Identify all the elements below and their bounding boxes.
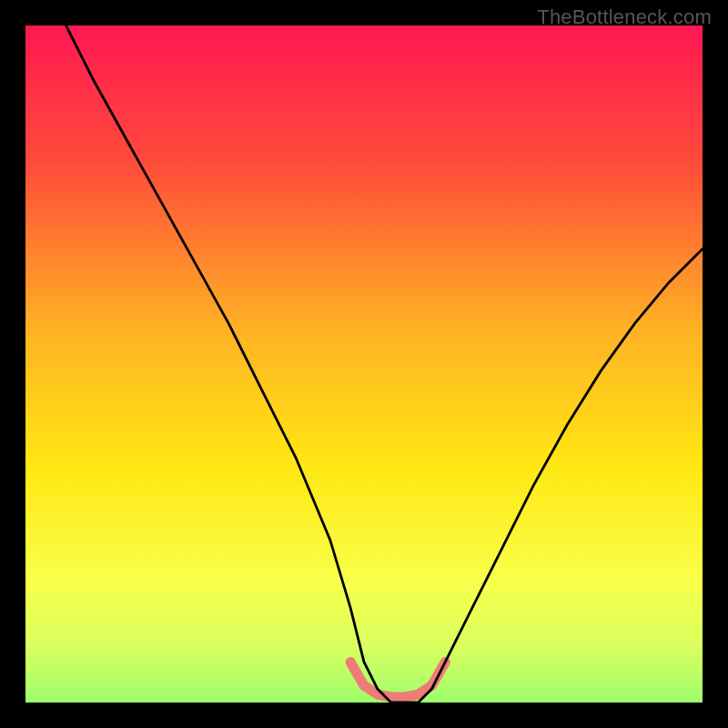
watermark-label: TheBottleneck.com [537, 5, 712, 29]
gradient-bg [25, 25, 703, 703]
chart-frame: TheBottleneck.com [0, 0, 728, 728]
chart-canvas [25, 25, 703, 703]
plot-container [25, 25, 703, 703]
